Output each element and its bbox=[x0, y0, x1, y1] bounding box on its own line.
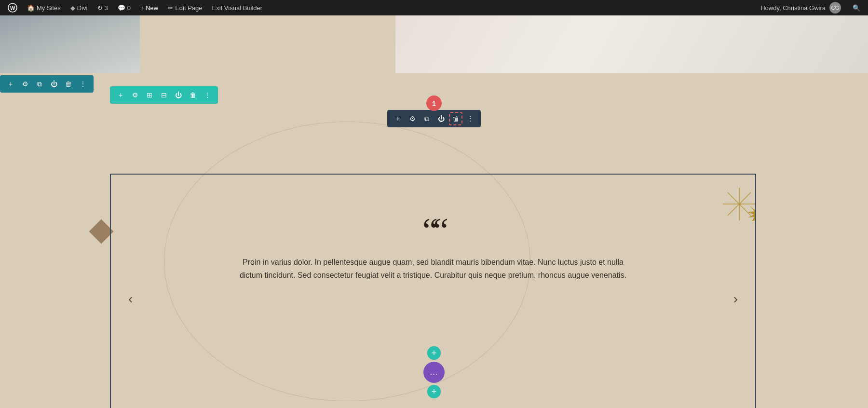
edit-page-item[interactable]: ✏ Edit Page bbox=[164, 0, 206, 15]
next-arrow-icon: › bbox=[733, 291, 738, 306]
section-enable-button[interactable]: ⏻ bbox=[47, 77, 61, 91]
exit-builder-label: Exit Visual Builder bbox=[212, 4, 263, 12]
comment-icon: 💬 bbox=[118, 4, 125, 12]
badge-number-text: 1 bbox=[432, 99, 436, 108]
duplicate-icon: ⧉ bbox=[424, 115, 429, 123]
row-settings-button[interactable]: ⚙ bbox=[128, 88, 142, 102]
trash-icon: 🗑 bbox=[452, 115, 459, 122]
top-image-left bbox=[0, 15, 140, 73]
duplicate-icon: ⧉ bbox=[37, 80, 42, 88]
my-sites-item[interactable]: 🏠 My Sites bbox=[23, 0, 65, 15]
row-toolbar: + ⚙ ⊞ ⊟ ⏻ 🗑 ⋮ bbox=[110, 86, 218, 104]
plus-icon: + bbox=[396, 115, 400, 122]
edit-page-label: Edit Page bbox=[175, 4, 202, 12]
new-item[interactable]: + New bbox=[136, 0, 162, 15]
prev-arrow[interactable]: ‹ bbox=[128, 291, 133, 307]
search-item[interactable]: 🔍 bbox=[849, 4, 864, 12]
more-icon: ⋮ bbox=[204, 91, 211, 99]
module-settings-button[interactable]: ⚙ bbox=[406, 112, 419, 125]
gear-icon: ⚙ bbox=[22, 80, 28, 88]
more-icon: ⋮ bbox=[467, 115, 474, 122]
columns2-icon: ⊟ bbox=[161, 91, 167, 99]
module-delete-button[interactable]: 🗑 bbox=[449, 112, 462, 125]
comment-count: 0 bbox=[127, 4, 131, 12]
dots-icon: ... bbox=[430, 368, 438, 377]
trash-icon: 🗑 bbox=[190, 91, 196, 99]
divi-item[interactable]: ◆ Divi bbox=[67, 0, 92, 15]
search-icon: 🔍 bbox=[853, 4, 860, 12]
module-more-button[interactable]: ⋮ bbox=[463, 112, 477, 125]
module-add-button[interactable]: + bbox=[391, 112, 405, 125]
add-module-top-button[interactable]: + bbox=[427, 346, 441, 360]
my-sites-label: My Sites bbox=[37, 4, 61, 12]
divi-label: Divi bbox=[77, 4, 88, 12]
next-arrow[interactable]: › bbox=[733, 291, 738, 307]
module-toolbar: + ⚙ ⧉ ⏻ 🗑 ⋮ bbox=[387, 110, 481, 127]
admin-bar-right: Howdy, Christina Gwira CG 🔍 bbox=[757, 2, 864, 14]
more-icon: ⋮ bbox=[80, 80, 86, 88]
gear-icon: ⚙ bbox=[132, 91, 138, 99]
power-icon: ⏻ bbox=[175, 91, 182, 99]
wp-logo-item[interactable]: W bbox=[4, 0, 21, 15]
plus-icon-bottom: + bbox=[432, 387, 437, 397]
plus-icon: + bbox=[9, 80, 13, 88]
quote-text: Proin in varius dolor. In pellentesque a… bbox=[235, 256, 631, 282]
edit-icon: ✏ bbox=[168, 4, 173, 12]
row-more-button[interactable]: ⋮ bbox=[201, 88, 214, 102]
plus-icon: + bbox=[119, 91, 122, 99]
sync-icon: ↻ bbox=[97, 4, 103, 12]
columns-icon: ⊞ bbox=[147, 91, 152, 99]
page-area: + ⚙ ⧉ ⏻ 🗑 ⋮ bbox=[0, 15, 868, 408]
user-greeting[interactable]: Howdy, Christina Gwira CG bbox=[757, 2, 845, 14]
avatar: CG bbox=[829, 2, 841, 14]
notification-count: 3 bbox=[105, 4, 108, 12]
row-delete-button[interactable]: 🗑 bbox=[186, 88, 200, 102]
section-more-button[interactable]: ⋮ bbox=[76, 77, 90, 91]
section-delete-button[interactable]: 🗑 bbox=[62, 77, 75, 91]
module-badge: 1 bbox=[426, 95, 442, 111]
module-duplicate-button[interactable]: ⧉ bbox=[420, 112, 434, 125]
exit-builder-item[interactable]: Exit Visual Builder bbox=[208, 0, 267, 15]
gear-icon: ⚙ bbox=[409, 115, 416, 122]
new-label: + New bbox=[140, 4, 158, 12]
admin-bar: W 🏠 My Sites ◆ Divi ↻ 3 💬 0 + New ✏ Edit… bbox=[0, 0, 868, 15]
section-add-button[interactable]: + bbox=[4, 77, 17, 91]
svg-text:W: W bbox=[10, 5, 15, 11]
section-duplicate-button[interactable]: ⧉ bbox=[33, 77, 46, 91]
section-toolbar: + ⚙ ⧉ ⏻ 🗑 ⋮ bbox=[0, 75, 94, 93]
comments-item[interactable]: 💬 0 bbox=[114, 0, 135, 15]
notifications-item[interactable]: ↻ 3 bbox=[94, 0, 112, 15]
divi-icon: ◆ bbox=[70, 4, 75, 12]
top-image-strip bbox=[0, 15, 868, 73]
prev-arrow-icon: ‹ bbox=[128, 291, 133, 306]
power-icon: ⏻ bbox=[438, 115, 445, 122]
row-columns2-button[interactable]: ⊟ bbox=[157, 88, 171, 102]
top-image-right bbox=[395, 15, 868, 73]
bottom-add-area: + ... + bbox=[423, 346, 445, 398]
home-icon: 🏠 bbox=[27, 4, 35, 12]
row-enable-button[interactable]: ⏻ bbox=[172, 88, 185, 102]
plus-icon-top: + bbox=[432, 348, 437, 358]
greeting-text: Howdy, Christina Gwira bbox=[760, 4, 826, 12]
main-content: + ⚙ ⊞ ⊟ ⏻ 🗑 ⋮ 1 bbox=[0, 93, 868, 408]
power-icon: ⏻ bbox=[51, 80, 57, 88]
row-add-button[interactable]: + bbox=[114, 88, 127, 102]
section-settings-button[interactable]: ⚙ bbox=[18, 77, 32, 91]
trash-icon: 🗑 bbox=[65, 80, 72, 88]
add-module-bottom-button[interactable]: + bbox=[427, 385, 441, 398]
quote-icon: ““ bbox=[422, 213, 444, 248]
module-enable-button[interactable]: ⏻ bbox=[434, 112, 448, 125]
row-columns-button[interactable]: ⊞ bbox=[143, 88, 156, 102]
dots-menu-button[interactable]: ... bbox=[423, 362, 445, 383]
